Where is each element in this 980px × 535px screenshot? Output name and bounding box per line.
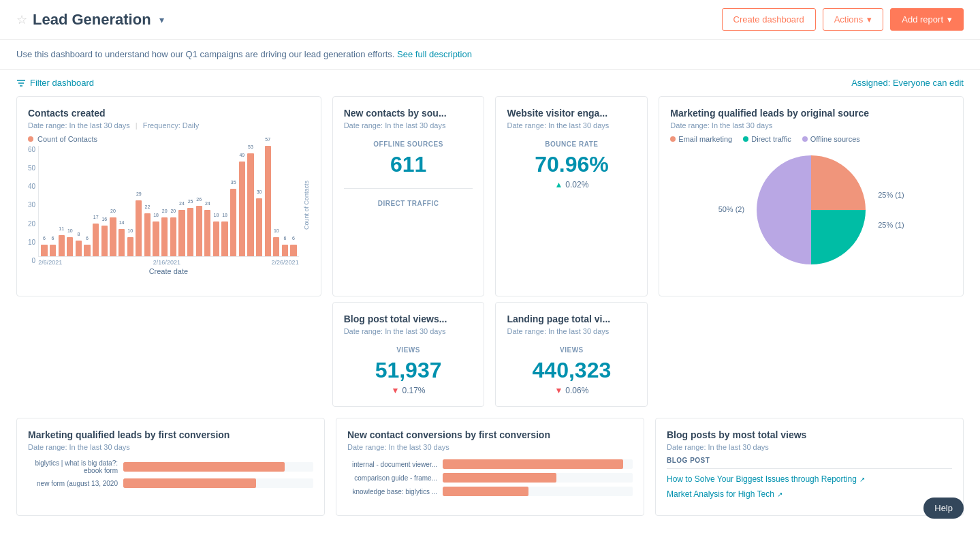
ncc-hbar-fill-1 [443, 459, 623, 469]
legend-email-marketing: Email marketing [670, 135, 732, 143]
website-visitor-card: Website visitor enga... Date range: In t… [495, 96, 648, 296]
bar-col-3: 10 [66, 146, 74, 256]
bar-col-13: 18 [152, 146, 160, 256]
bar-col-26: 57 [264, 146, 272, 256]
assigned-value-link[interactable]: Everyone can edit [893, 78, 964, 88]
bar-label-16: 24 [179, 201, 185, 206]
bar-20: 18 [213, 221, 219, 256]
bar-label-8: 20 [110, 209, 116, 213]
blog-post-meta: Date range: In the last 30 days [344, 327, 473, 335]
mql-first-conv-title: Marketing qualified leads by first conve… [28, 429, 313, 440]
email-marketing-dot [670, 136, 676, 142]
contacts-created-title: Contacts created [28, 108, 310, 119]
bar-22: 35 [230, 189, 236, 256]
see-full-description-link[interactable]: See full description [397, 49, 472, 59]
contacts-bar-chart: Count of Contacts 60 50 40 30 20 10 0 [28, 135, 310, 285]
bar-1: 6 [50, 245, 56, 256]
row-1: Contacts created Date range: In the last… [16, 96, 964, 296]
bar-label-17: 25 [188, 199, 193, 204]
ncc-hbar-label-3: knowledge base: biglytics ... [347, 488, 443, 495]
bar-col-17: 25 [187, 146, 195, 256]
bar-label-12: 22 [145, 204, 151, 209]
mql-original-source-card: Marketing qualified leads by original so… [659, 96, 964, 296]
bar-col-8: 20 [109, 146, 117, 256]
hbar-label-1: biglytics | what is big data?:ebook form [28, 459, 123, 474]
row-1b: Blog post total views... Date range: In … [16, 302, 964, 407]
offline-sources-stat: OFFLINE SOURCES 611 [344, 140, 473, 177]
bar-label-3: 10 [67, 228, 73, 233]
bounce-rate-stat: BOUNCE RATE 70.96% ▲ 0.02% [507, 140, 636, 189]
bar-label-27: 10 [274, 228, 279, 233]
legend-label: Count of Contacts [37, 135, 97, 143]
bar-label-24: 53 [248, 144, 253, 149]
new-contact-conv-chart: internal - document viewer... comparison… [347, 459, 633, 496]
bar-label-1: 6 [52, 236, 54, 241]
ncc-hbar-track-1 [443, 459, 633, 469]
ncc-hbar-track-3 [443, 487, 633, 496]
bar-col-14: 20 [161, 146, 169, 256]
bar-col-11: 29 [135, 146, 143, 256]
bar-label-19: 24 [205, 201, 210, 206]
actions-button[interactable]: Actions ▾ [823, 8, 884, 31]
description-text: Use this dashboard to understand how our… [16, 49, 394, 59]
bar-col-19: 24 [204, 146, 212, 256]
direct-traffic-label: Direct traffic [751, 135, 791, 143]
bar-label-26: 57 [265, 137, 270, 142]
filter-icon [16, 78, 26, 88]
header-right: Create dashboard Actions ▾ Add report ▾ [722, 8, 964, 31]
bar-29: 6 [290, 245, 296, 256]
bar-2: 11 [59, 235, 65, 256]
add-report-button[interactable]: Add report ▾ [890, 8, 964, 31]
bar-19: 24 [204, 210, 210, 256]
blog-views-value: 51,937 [344, 358, 473, 383]
blog-views-down-icon: ▼ [392, 386, 400, 395]
legend-dot [28, 136, 33, 142]
legend-offline-sources: Offline sources [802, 135, 860, 143]
offline-sources-label: OFFLINE SOURCES [344, 140, 473, 148]
website-visitor-title: Website visitor enga... [507, 108, 636, 119]
bar-label-25: 30 [257, 189, 262, 194]
blog-most-views-title: Blog posts by most total views [667, 429, 952, 440]
create-dashboard-button[interactable]: Create dashboard [722, 8, 816, 31]
bounce-rate-label: BOUNCE RATE [507, 140, 636, 148]
bar-21: 18 [221, 221, 227, 256]
new-contact-conv-title: New contact conversions by first convers… [347, 429, 633, 440]
actions-arrow-icon: ▾ [867, 14, 872, 25]
bar-18: 26 [196, 206, 202, 256]
direct-traffic-label: DIRECT TRAFFIC [344, 200, 473, 207]
pie-label-top-right: 25% (1) [878, 191, 904, 199]
website-visitor-meta: Date range: In the last 30 days [507, 121, 636, 129]
pie-label-bottom-right: 25% (1) [878, 221, 904, 229]
blog-views-label: VIEWS [344, 346, 473, 354]
bar-label-15: 20 [170, 209, 176, 213]
ncc-hbar-fill-3 [443, 487, 528, 496]
landing-page-views-card: Landing page total vi... Date range: In … [495, 302, 648, 407]
star-icon[interactable]: ☆ [16, 12, 27, 27]
blog-views-stat: VIEWS 51,937 ▼ 0.17% [344, 346, 473, 395]
mql-first-conversion-card: Marketing qualified leads by first conve… [16, 418, 325, 516]
landing-views-value: 440,323 [507, 358, 636, 383]
email-marketing-label: Email marketing [678, 135, 732, 143]
bar-col-4: 8 [75, 146, 83, 256]
blog-link-2[interactable]: Market Analysis for High Tech ↗ [667, 489, 952, 499]
blog-row-1: How to Solve Your Biggest Issues through… [667, 474, 952, 484]
bar-label-5: 6 [86, 236, 89, 241]
blog-post-2-text: Market Analysis for High Tech [667, 489, 774, 499]
landing-views-change-value: 0.06% [565, 386, 588, 395]
title-dropdown-icon[interactable]: ▾ [159, 14, 164, 25]
ncc-hbar-row-1: internal - document viewer... [347, 459, 633, 469]
bar-25: 30 [256, 198, 262, 256]
hbar-row-2: new form (august 13, 2020 [28, 478, 313, 488]
filter-dashboard-button[interactable]: Filter dashboard [16, 78, 94, 88]
ncc-hbar-label-1: internal - document viewer... [347, 461, 443, 468]
bar-col-29: 6 [289, 146, 298, 256]
help-button[interactable]: Help [923, 498, 964, 519]
blog-most-views-meta: Date range: In the last 30 days [667, 443, 952, 451]
page-title: Lead Generation [33, 11, 151, 29]
blog-link-1[interactable]: How to Solve Your Biggest Issues through… [667, 474, 952, 484]
new-contact-conv-meta: Date range: In the last 30 days [347, 443, 633, 451]
page-header: ☆ Lead Generation ▾ Create dashboard Act… [0, 0, 980, 40]
blog-post-title: Blog post total views... [344, 314, 473, 324]
bar-col-16: 24 [178, 146, 186, 256]
new-contacts-title: New contacts by sou... [344, 108, 473, 119]
